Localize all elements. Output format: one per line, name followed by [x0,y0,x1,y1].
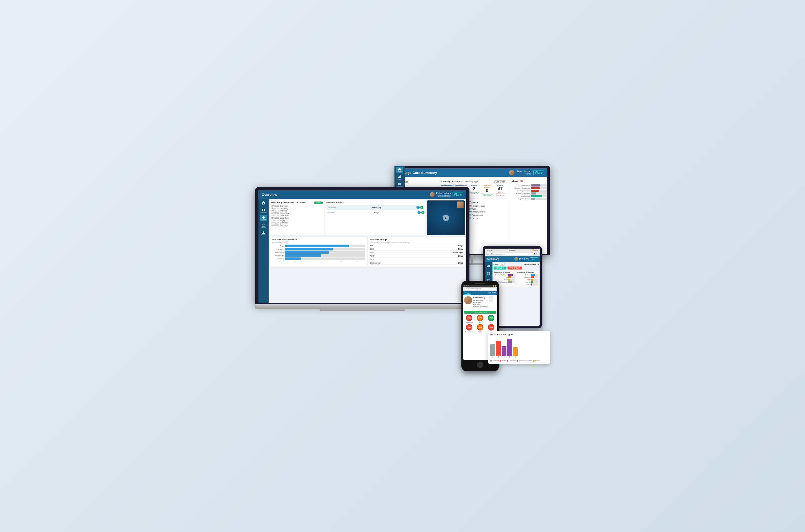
by-options-card: Prospects By Options Bedroom 2-bedroom S… [517,270,538,287]
add-activity-button[interactable]: + ADD [314,202,323,204]
legend-apartment: Apartment [490,360,499,362]
bar-label: Bingo [272,245,284,247]
back-btn[interactable]: ‹ [486,253,487,255]
recent-swimming-icons: i ↺ [417,206,423,209]
bar-label: Movie Night [272,255,284,256]
bar-fill [285,245,349,247]
tablet-battery: 📶 100% [532,249,538,251]
tabs-icon[interactable]: + [537,253,538,255]
overview-top-row: Upcoming Activities for this week + ADD … [270,201,464,235]
share-icon[interactable]: ⬆ [534,253,535,255]
activity-date: 16/4/2021 [271,207,279,209]
alert-fill [531,190,539,192]
metric-events: Events 2 0% increase on Last Month [468,185,480,196]
ov-sidebar-home[interactable]: Home [260,200,267,206]
options-fill [531,281,533,283]
ov-sidebar-calendar[interactable]: Calendar [260,222,267,229]
period-selector[interactable]: Last Month [494,180,507,183]
alert-label: Allergies / Sensitivities [512,187,530,189]
vital-item: 79.01 Pulse [475,324,485,332]
options-track [531,283,538,286]
phone-speaker [475,283,486,284]
attendance-card: Activities By Attendance Top 5 events by… [270,237,367,267]
svg-rect-2 [400,177,401,178]
laptop-screen-outer: Overview Peter Hudson Administrator V|ar… [255,187,470,304]
tablet-user-info: Peter Hudson Sales Person [519,258,529,261]
tablet-time: 11:41 AM [487,249,493,251]
by-type-label: By Type [470,208,507,210]
vital-item: 120/80 BP [475,315,485,323]
alert-track [531,198,547,200]
tablet-dashboard-icon[interactable] [485,270,493,277]
pbt-legend: Apartment Studio 1-Bedroom Standalone Ap… [490,360,548,362]
options-bar-item: Studio [517,279,538,281]
activity-name: Exercises [280,222,288,224]
pbt-chart: A B C D E [490,338,548,359]
svg-rect-8 [264,209,265,210]
phone-back-btn[interactable]: ‹ [464,288,464,289]
monitor-user-info: Peter Hudson Nurse [517,170,531,175]
attendance-axis: 0510152025 [272,261,365,262]
activity-name: Lawn Bowls [280,215,290,216]
alerts-panel: Alerts 70 1 & 2 Person Assist 2 Allergie… [510,177,547,254]
activity-name: Exercises [280,224,288,226]
svg-rect-17 [488,272,489,273]
attendance-bar-item: Bingo [272,245,365,247]
tablet-url[interactable]: w38gie.vcarehosting.com [488,253,533,255]
bingo-refresh-icon[interactable]: ↺ [421,211,424,214]
age-list: 85+Bingo80-85Bingo75-80Movie Night70-75B… [370,245,463,265]
activity-row: 15/4/2021Lawn Bowls [271,215,323,216]
bar-label: Swimming [272,248,284,250]
sidebar-item-summary[interactable]: Summary [397,177,403,180]
refresh-icon[interactable]: ↺ [420,206,423,209]
age-list-item: 70-75Bingo [370,255,463,258]
info-icon[interactable]: i [417,206,420,209]
svg-rect-0 [398,177,399,178]
options-bar-item: Studio+ [517,283,538,286]
age-activity: Bingo [458,245,463,246]
facility-selector[interactable]: All [500,263,505,266]
vital-circle: 98.00 [488,324,494,330]
vital-label: Respirations [464,331,474,332]
vital-circle: 99.09 [488,315,494,321]
age-range: 70-75 [370,255,374,257]
tablet-home-icon[interactable] [485,263,493,269]
activity-row: 16/4/2021Exercises [271,205,323,207]
options-fill [531,276,534,278]
ov-sidebar-dashboard[interactable]: Dashboard [260,207,267,214]
phone-url[interactable]: village.vcarehosting.com [465,287,496,290]
age-range: 85+ [370,245,373,246]
legend-standalone: Standalone Apartment [517,360,532,362]
bingo-info-icon[interactable]: i [418,211,421,214]
activity-photo: ▶ [427,201,464,235]
phone-home-button[interactable] [477,362,483,368]
alert-track [531,190,547,192]
resident-info: Albert Mosby Ref: FGG0023 Room RW17 Main… [473,296,488,308]
vital-label: BP [475,322,485,323]
pbt-bar-c: C [501,346,507,358]
phone-status-bar: 11:09 AM 📶 🔋 [463,285,497,287]
by-options-title: Prospects By Options [517,271,538,273]
age-list-item: 75-80Movie Night [370,251,463,254]
activity-button[interactable]: ACTIVITY [494,267,507,269]
alert-fill [531,192,536,194]
phone-add-button[interactable]: + ADD NEW ITEM [464,311,496,314]
alert-bars-list: 1 & 2 Person Assist 2 Allergies / Sensit… [512,184,547,200]
pbt-bar-a: A [490,344,495,358]
options-fill [531,279,533,281]
bookmark-icon[interactable]: □ [536,253,537,255]
ov-sidebar-residents[interactable]: Residents [260,230,267,236]
ov-sidebar-overview[interactable]: Overview [260,215,267,221]
activity-date: 16/4/2021 [271,210,279,212]
forward-btn[interactable]: › [487,253,488,255]
attendance-subtitle: Top 5 events by activity [272,242,365,244]
metric-care-plan: Care Plan Events 0 0% increase on Last M… [481,185,493,196]
status-fill [508,279,510,281]
alert-fill [531,198,535,200]
alert-fill [531,195,542,197]
alert-label: Choking Risk [512,195,530,197]
tablet-app-header: Dashboard Peter Hudson Sales Person V|ar… [485,256,539,262]
prospect-button[interactable]: PROSPECT [508,267,522,269]
laptop-base [255,304,470,309]
laptop-device: Overview Peter Hudson Administrator V|ar… [255,187,470,311]
